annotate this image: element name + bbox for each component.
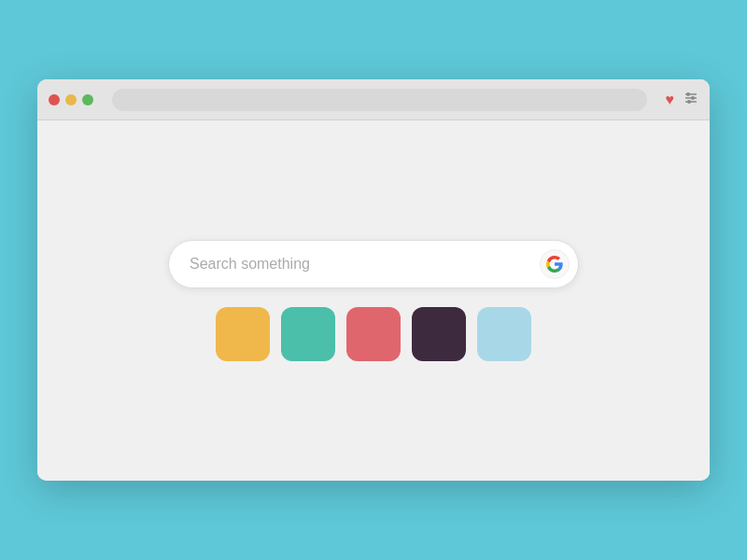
svg-point-1 [686,92,690,96]
color-swatches [216,307,531,361]
address-bar[interactable] [112,89,647,111]
search-bar-wrapper [168,240,579,288]
maximize-button[interactable] [82,94,93,105]
search-input[interactable] [168,240,579,288]
titlebar-actions: ♥ [666,91,699,109]
traffic-lights [49,94,93,105]
browser-window: ♥ [37,79,710,481]
sliders-icon[interactable] [684,91,698,109]
svg-point-5 [687,100,691,104]
browser-content [37,120,710,481]
google-button[interactable] [540,249,570,279]
swatch-dark-purple[interactable] [412,307,466,361]
swatch-pink[interactable] [346,307,401,361]
minimize-button[interactable] [65,94,77,105]
svg-point-3 [691,96,695,100]
swatch-teal[interactable] [281,307,335,361]
swatch-light-blue[interactable] [477,307,531,361]
heart-icon[interactable]: ♥ [666,91,675,108]
titlebar: ♥ [37,79,710,120]
swatch-yellow[interactable] [216,307,270,361]
close-button[interactable] [49,94,60,105]
